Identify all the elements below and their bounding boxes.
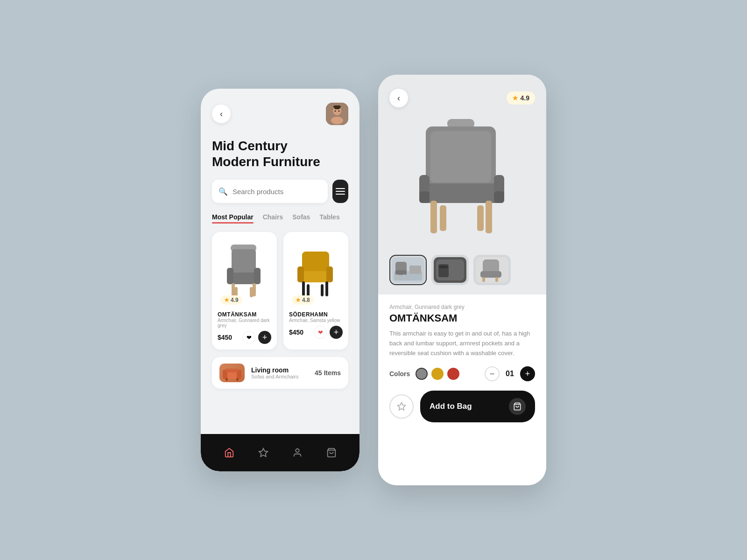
add-to-bag-label: Add to Bag [430, 402, 472, 411]
color-dot-gray[interactable] [416, 368, 428, 380]
add-button-2[interactable]: + [330, 326, 343, 339]
product-title-main: OMTÄNKSAM [389, 312, 535, 324]
right-top-area: ‹ ★ 4.9 [378, 75, 546, 294]
thumbnail-1[interactable] [389, 255, 427, 285]
svg-rect-40 [494, 191, 504, 203]
product-card-1[interactable]: ★ 4.9 OMTÄNKSAM Armchair, Gunnared dark … [212, 232, 277, 350]
category-tabs: Most Popular Chairs Sofas Tables [212, 213, 348, 224]
add-to-bag-button[interactable]: Add to Bag [420, 391, 535, 422]
star-icon-2: ★ [296, 297, 301, 303]
svg-rect-42 [486, 201, 492, 233]
svg-rect-23 [321, 284, 324, 296]
main-product-image [389, 117, 535, 247]
svg-rect-13 [253, 283, 256, 296]
quantity-decrease-button[interactable]: − [485, 366, 500, 381]
colors-section: Colors [389, 368, 459, 380]
product-price-1: $450 [218, 334, 232, 341]
nav-profile[interactable] [287, 442, 308, 463]
svg-marker-30 [259, 448, 267, 456]
tab-chairs[interactable]: Chairs [263, 213, 283, 224]
rating-badge-2: ★ 4.8 [292, 295, 314, 305]
svg-rect-48 [395, 270, 407, 275]
search-input[interactable] [233, 181, 321, 202]
product-card-2[interactable]: ★ 4.8 SÖDERHAMN Armchair, Samsta yellow … [283, 232, 348, 350]
tab-most-popular[interactable]: Most Popular [212, 213, 254, 224]
product-footer-1: $450 ❤ + [218, 331, 271, 344]
product-actions-1: ❤ + [242, 331, 271, 344]
svg-rect-21 [325, 281, 328, 296]
search-bar: 🔍 [212, 180, 348, 203]
svg-rect-19 [326, 266, 333, 282]
svg-rect-22 [307, 284, 310, 296]
svg-rect-18 [297, 266, 304, 282]
wishlist-button-main[interactable] [389, 394, 414, 419]
right-back-button[interactable]: ‹ [389, 89, 408, 107]
svg-rect-6 [333, 105, 341, 108]
svg-rect-11 [254, 268, 261, 284]
quantity-control: − 01 + [485, 366, 535, 381]
product-subtitle-1: Armchair, Gunnared dark grey [218, 318, 271, 328]
svg-rect-43 [440, 205, 446, 231]
rating-pill: ★ 4.9 [507, 91, 535, 105]
svg-rect-41 [430, 201, 437, 233]
search-icon: 🔍 [218, 187, 228, 196]
category-row[interactable]: Living room Sofas and Armchairs 45 Items [212, 357, 348, 389]
colors-label: Colors [389, 370, 410, 378]
svg-rect-58 [480, 271, 501, 278]
menu-line-3 [336, 194, 345, 195]
svg-rect-36 [423, 183, 501, 203]
nav-favorites[interactable] [253, 442, 274, 463]
add-button-1[interactable]: + [258, 331, 271, 344]
color-dot-red[interactable] [447, 368, 459, 380]
tab-tables[interactable]: Tables [319, 213, 339, 224]
svg-point-4 [335, 111, 336, 112]
product-price-2: $450 [289, 329, 303, 336]
action-row: Add to Bag [389, 391, 535, 422]
search-input-wrap: 🔍 [212, 180, 328, 203]
wishlist-button-1[interactable]: ❤ [242, 331, 255, 344]
svg-rect-20 [302, 281, 305, 296]
color-dots [416, 368, 459, 380]
svg-rect-15 [250, 287, 253, 297]
left-header: ‹ [212, 103, 348, 125]
product-actions-2: ❤ + [314, 326, 343, 339]
product-description: This armchair is easy to get in and out … [389, 329, 535, 358]
avatar [326, 103, 348, 125]
svg-rect-17 [299, 271, 331, 282]
thumbnail-row [389, 255, 535, 285]
tab-sofas[interactable]: Sofas [292, 213, 310, 224]
menu-line-1 [336, 188, 345, 189]
right-header: ‹ ★ 4.9 [389, 89, 535, 107]
svg-rect-10 [227, 268, 233, 284]
category-name: Living room [251, 366, 308, 374]
left-screen: ‹ Mid Century Modern Furniture 🔍 [201, 89, 359, 471]
color-dot-yellow[interactable] [431, 368, 444, 380]
product-category-label: Armchair, Gunnared dark grey [389, 304, 535, 310]
product-subtitle-2: Armchair, Samsta yellow [289, 318, 343, 323]
bag-icon [509, 398, 526, 415]
nav-home[interactable] [219, 442, 240, 463]
quantity-value: 01 [504, 370, 515, 378]
rating-value: 4.9 [521, 94, 529, 102]
svg-rect-44 [477, 205, 484, 231]
svg-point-2 [331, 117, 343, 124]
svg-rect-28 [226, 378, 228, 381]
product-image-1: ★ 4.9 [218, 238, 271, 308]
svg-rect-59 [482, 277, 485, 282]
nav-bag[interactable] [321, 442, 342, 463]
menu-button[interactable] [332, 180, 348, 203]
thumbnail-2[interactable] [431, 255, 469, 285]
category-info: Living room Sofas and Armchairs [251, 366, 308, 379]
avatar-image [326, 103, 348, 125]
page-title: Mid Century Modern Furniture [212, 138, 348, 169]
quantity-increase-button[interactable]: + [520, 366, 535, 381]
wishlist-button-2[interactable]: ❤ [314, 326, 327, 339]
thumbnail-3[interactable] [473, 255, 511, 285]
back-button[interactable]: ‹ [212, 105, 231, 123]
menu-line-2 [336, 191, 345, 192]
category-image [219, 364, 245, 382]
product-footer-2: $450 ❤ + [289, 326, 343, 339]
svg-rect-27 [226, 369, 239, 372]
products-grid: ★ 4.9 OMTÄNKSAM Armchair, Gunnared dark … [212, 232, 348, 350]
svg-rect-35 [430, 131, 491, 182]
